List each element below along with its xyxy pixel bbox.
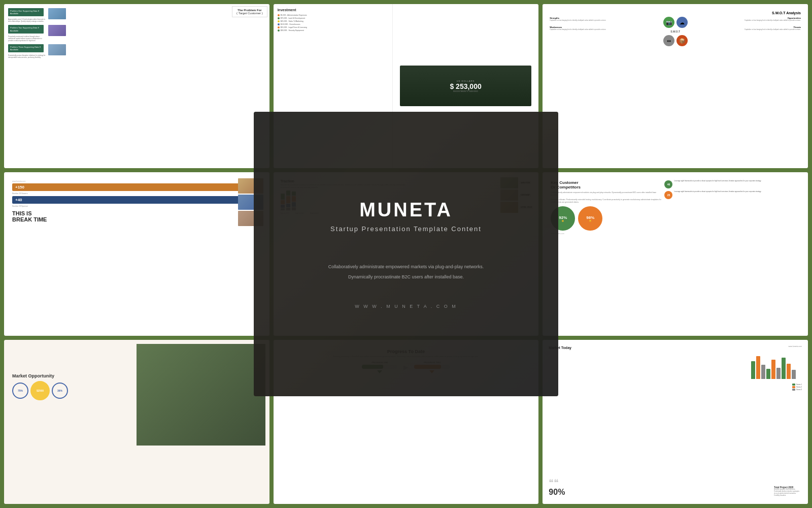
stat2-label: Number Of Sponsor [12, 205, 261, 207]
problem-text-2: Proactively envisioned e-tailers through… [8, 36, 46, 42]
inv-item-1: $5,000 - Administrative Expenses [281, 14, 307, 16]
legend-2: Series 2 [796, 386, 802, 388]
problem-text-3: Dramatically pursue disruptive initiativ… [8, 54, 46, 58]
slide-market-opportunity[interactable]: Market Opportunity 75% $2500 36% [4, 340, 269, 504]
traction-url: www.lumeta.com [12, 180, 261, 182]
problem-text-1: Appropriately seize 2.0 technologies rat… [8, 18, 46, 22]
market-circle-3: 36% [52, 383, 68, 399]
swot-threats-text: Capitalize on low-hanging fruit to ident… [693, 29, 801, 31]
kc-title: Key CustomerOr Competitors [551, 180, 661, 190]
legend-3: Series 3 [796, 389, 802, 391]
slide-market-today[interactable]: www.lumeta.com Market Today Series 1 [543, 340, 808, 504]
kc-text2: Diversely cultivate. Predominantly exten… [551, 199, 661, 204]
center-overlay[interactable]: MUNETA Startup Presentation Template Con… [254, 112, 558, 396]
legend-1: Series 1 [796, 384, 802, 386]
swot-icon-camera: 📷 [663, 17, 674, 28]
investment-title: Investment [278, 8, 388, 12]
inv-item-6: $30,000 - Security Equipment [281, 29, 304, 31]
market-title: Market Opportunity [12, 373, 261, 378]
swot-strengths-text: Capitalize on low-hanging fruit to ident… [550, 20, 658, 22]
problem-label-3: Problem Three Supporting Data If Availab… [8, 44, 44, 52]
market-url: www.lumeta.com [789, 345, 802, 347]
overlay-title: MUNETA [359, 199, 453, 221]
swot-icon-cloud: ☁ [676, 17, 688, 28]
swot-weaknesses-text: Capitalize on low-hanging fruit to ident… [550, 29, 658, 31]
swot-opportunities-text: Capitalize on low-hanging fruit to ident… [693, 20, 801, 22]
inv-amount: $ 253,000 [450, 82, 481, 90]
market-circle-2: $2500 [30, 381, 50, 400]
swot-icon-arrows: ⇔ [663, 35, 674, 46]
slide-key-customer[interactable]: Key CustomerOr Competitors Collaborative… [543, 172, 808, 336]
inv-item-5: $55,000 - Legal Fees & Licensing [281, 26, 307, 28]
stat1-label: Number Of Viewers [12, 193, 261, 195]
problem-image-1 [48, 8, 66, 19]
kc-url: www.lumeta.com [551, 233, 661, 235]
slide-swot[interactable]: S.W.O.T Analysis Strengths Capitalize on… [543, 4, 808, 168]
market-today-title: Market Today [549, 346, 802, 350]
swot-title: S.W.O.T Analysis [550, 11, 801, 15]
inv-needed: INVESTMENTS NEEDED [453, 90, 478, 92]
cust-num: 25 [664, 191, 672, 199]
market-percent: 90% [549, 488, 565, 497]
problem-label-1: Problem One Supporting Data If Available [8, 8, 44, 16]
inv-item-4: $110,000 - Greenhouses [281, 23, 300, 25]
problem-image-2 [48, 25, 66, 36]
overlay-url: W W W . M U N E T A . C O M [355, 304, 457, 309]
overlay-content: MUNETA Startup Presentation Template Con… [254, 112, 558, 396]
overlay-subtitle: Startup Presentation Template Content [330, 225, 482, 233]
comp-num: 46 [664, 180, 672, 188]
swot-icon-box: 📦 [676, 35, 688, 46]
project-desc: Quickly visualize viral elements. Contin… [774, 489, 802, 497]
comp-text: Leverage agile frameworks to provide a r… [674, 180, 761, 182]
slide-traction[interactable]: www.lumeta.com +150 Number Of Viewers +4… [4, 172, 269, 336]
quote-marks: ❝❝ [549, 477, 559, 488]
stat1-value: +150 [12, 183, 261, 191]
problem-image-3 [48, 44, 66, 55]
slide-problem[interactable]: Problem One Supporting Data If Available… [4, 4, 269, 168]
overlay-desc-1: Collaboratively administrate empowered m… [328, 263, 484, 270]
cust-text: Leverage agile frameworks to provide a r… [674, 191, 761, 193]
kc-text: Collaboratively administrate empowered m… [551, 192, 661, 197]
break-title: THIS ISBREAK TIME [12, 210, 261, 223]
overlay-desc-2: Dynamically procrastinate B2C users afte… [348, 273, 464, 280]
inv-item-2: $75,000 - Land & Development [281, 17, 305, 19]
stat2-value: +40 [12, 196, 261, 204]
problem-subtitle: ( Target Customer ) [236, 12, 263, 15]
swot-center-label: S.W.O.T [670, 30, 680, 33]
problem-label-2: Problem Two Supporting Data If Available [8, 25, 44, 33]
kc-circle-2: 98% 😞 [578, 206, 602, 231]
market-circle-1: 75% [12, 383, 28, 399]
inv-item-3: $25,000 - Sales % Marketing [281, 20, 303, 22]
